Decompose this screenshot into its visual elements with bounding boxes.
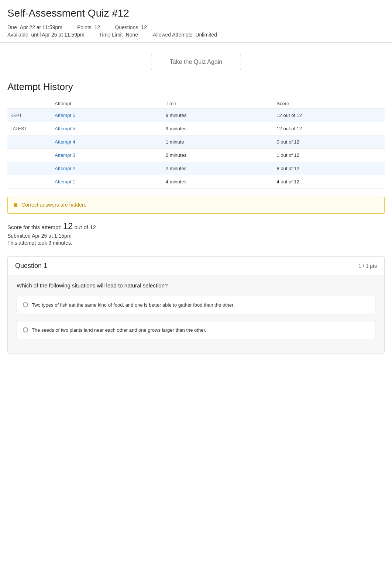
allowed-attempts-value: Unlimited [195,32,217,38]
quiz-title: Self-Assessment Quiz #12 [7,7,385,19]
question-1-card: Question 1 1 / 1 pts Which of the follow… [7,256,385,353]
points-value: 12 [94,24,100,30]
col-header-label [7,99,52,109]
question-1-header: Question 1 1 / 1 pts [8,257,384,275]
score-out-of: out of 12 [74,224,96,230]
question-1-text: Which of the following situations will l… [17,282,375,289]
points-item: Points 12 [77,24,100,30]
question-1-number: Question 1 [15,262,47,270]
row-time: 2 minutes [163,149,274,162]
time-took-info: This attempt took 9 minutes. [7,240,385,246]
table-row: Attempt 14 minutes4 out of 12 [7,175,385,189]
attempt-link[interactable]: Attempt 4 [55,139,75,145]
row-attempt[interactable]: Attempt 5 [52,122,163,135]
attempt-link[interactable]: Attempt 5 [55,126,75,131]
answer-text-1: Two types of fish eat the same kind of f… [32,301,234,309]
button-section: Take the Quiz Again [0,43,392,77]
time-limit-value: None [126,32,138,38]
info-box: ■ Correct answers are hidden. [7,196,385,214]
attempt-link[interactable]: Attempt 2 [55,166,75,171]
row-score: 1 out of 12 [274,149,385,162]
attempt-link[interactable]: Attempt 1 [55,179,75,184]
table-row: Attempt 32 minutes1 out of 12 [7,149,385,162]
available-label: Available [7,32,28,38]
points-label: Points [77,24,92,30]
row-score: 0 out of 12 [274,135,385,149]
col-header-score: Score [274,99,385,109]
meta-row-1: Due Apr 22 at 11:59pm Points 12 Question… [7,24,385,30]
score-line: Score for this attempt: 12 out of 12 [7,221,385,231]
question-1-body: Which of the following situations will l… [8,275,384,353]
attempt-history-section: Attempt History Attempt Time Score KEPTA… [0,77,392,189]
col-header-time: Time [163,99,274,109]
attempt-table: Attempt Time Score KEPTAttempt 59 minute… [7,99,385,189]
header-section: Self-Assessment Quiz #12 Due Apr 22 at 1… [0,0,392,43]
available-item: Available until Apr 25 at 11:59pm [7,32,85,38]
row-score: 12 out of 12 [274,109,385,122]
available-value: until Apr 25 at 11:59pm [31,32,85,38]
row-attempt[interactable]: Attempt 5 [52,109,163,122]
row-label [7,162,52,175]
row-label: KEPT [7,109,52,122]
row-attempt[interactable]: Attempt 3 [52,149,163,162]
info-icon: ■ [14,201,18,208]
row-attempt[interactable]: Attempt 2 [52,162,163,175]
row-label: LATEST [7,122,52,135]
radio-button-1[interactable] [23,302,28,307]
time-limit-item: Time Limit None [99,32,138,38]
allowed-attempts-label: Allowed Attempts [153,32,192,38]
info-text: Correct answers are hidden. [21,202,86,208]
question-1-pts: 1 / 1 pts [358,263,377,269]
score-section: Score for this attempt: 12 out of 12 Sub… [0,221,392,251]
score-number: 12 [63,221,73,231]
questions-label: Questions [115,24,138,30]
row-time: 9 minutes [163,109,274,122]
questions-item: Questions 12 [115,24,147,30]
due-value: Apr 22 at 11:59pm [20,24,62,30]
row-label [7,175,52,189]
row-attempt[interactable]: Attempt 4 [52,135,163,149]
answer-option-2[interactable]: The seeds of two plants land near each o… [17,321,375,339]
row-label [7,135,52,149]
table-row: LATESTAttempt 59 minutes12 out of 12 [7,122,385,135]
due-item: Due Apr 22 at 11:59pm [7,24,62,30]
due-label: Due [7,24,17,30]
row-attempt[interactable]: Attempt 1 [52,175,163,189]
allowed-attempts-item: Allowed Attempts Unlimited [153,32,217,38]
col-header-attempt: Attempt [52,99,163,109]
answer-option-1[interactable]: Two types of fish eat the same kind of f… [17,296,375,314]
questions-value: 12 [141,24,147,30]
time-limit-label: Time Limit [99,32,123,38]
row-time: 4 minutes [163,175,274,189]
table-row: Attempt 22 minutes8 out of 12 [7,162,385,175]
attempt-history-title: Attempt History [7,81,385,93]
table-row: KEPTAttempt 59 minutes12 out of 12 [7,109,385,122]
row-time: 2 minutes [163,162,274,175]
row-time: 9 minutes [163,122,274,135]
row-score: 12 out of 12 [274,122,385,135]
attempt-link[interactable]: Attempt 5 [55,113,75,118]
score-for-attempt-label: Score for this attempt: [7,224,62,230]
attempt-link[interactable]: Attempt 3 [55,152,75,158]
row-score: 4 out of 12 [274,175,385,189]
submitted-info: Submitted Apr 25 at 1:15pm [7,233,385,239]
table-header-row: Attempt Time Score [7,99,385,109]
row-score: 8 out of 12 [274,162,385,175]
answer-text-2: The seeds of two plants land near each o… [32,327,206,334]
radio-button-2[interactable] [23,327,28,332]
take-quiz-button[interactable]: Take the Quiz Again [151,54,241,70]
row-label [7,149,52,162]
table-row: Attempt 41 minute0 out of 12 [7,135,385,149]
row-time: 1 minute [163,135,274,149]
meta-row-2: Available until Apr 25 at 11:59pm Time L… [7,32,385,38]
